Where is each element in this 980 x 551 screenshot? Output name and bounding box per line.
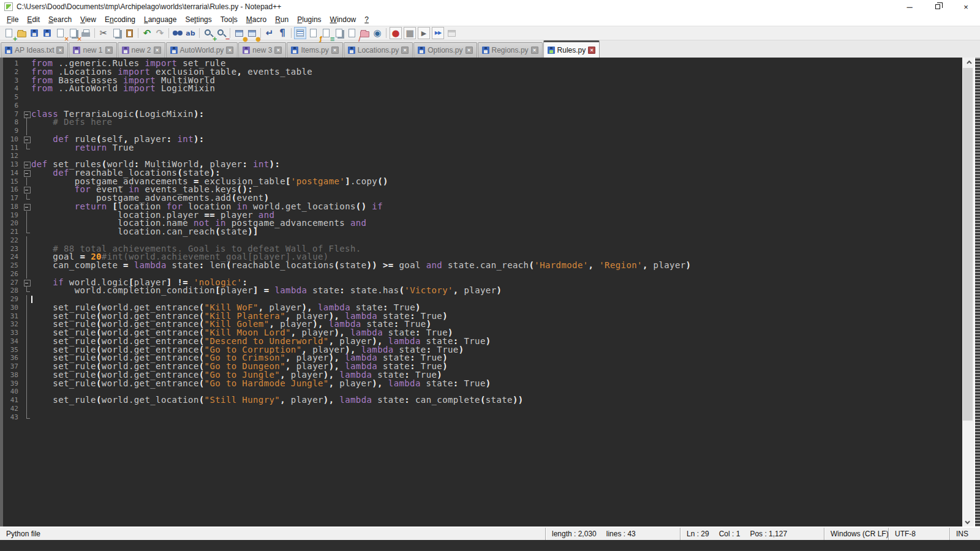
zoom-in-icon[interactable]: + [202,27,214,39]
tab-close-icon[interactable]: × [331,47,339,54]
redo-icon[interactable]: ↷ [154,27,166,39]
project-folder-icon[interactable] [358,27,371,39]
fold-toggle-icon[interactable] [23,279,31,287]
open-file-icon[interactable] [15,27,28,39]
tab-autoworld-py[interactable]: AutoWorld.py× [166,42,238,58]
find-icon[interactable] [172,27,184,39]
tab-ap-ideas-txt[interactable]: AP Ideas.txt× [1,42,68,58]
sync-vertical-icon[interactable]: ● [233,27,245,39]
tab-close-icon[interactable]: × [588,47,595,54]
tab-close-icon[interactable]: × [401,47,409,54]
code-text[interactable]: from ..AutoWorld import LogicMixin [31,84,962,93]
fold-toggle-icon[interactable] [23,135,31,144]
code-text[interactable]: return True [31,144,962,152]
close-button[interactable]: × [952,0,980,13]
restore-button[interactable] [924,0,952,13]
tab-close-icon[interactable]: × [154,47,161,54]
menu-macro[interactable]: Macro [242,14,271,25]
print-icon[interactable] [80,27,92,39]
minimize-button[interactable]: ─ [895,0,924,13]
line-number: 22 [3,236,23,245]
code-editor[interactable]: 1from ..generic.Rules import set_rule2fr… [0,58,980,527]
show-all-characters-icon[interactable]: ¶ [276,27,288,39]
code-line: 39 set_rule(world.get_entrance("Go to Ha… [3,380,962,388]
function-list-icon[interactable]: ƒ [307,27,319,39]
tab-close-icon[interactable]: × [531,47,538,54]
menu-settings[interactable]: Settings [181,14,216,25]
document-map-icon[interactable]: ≡ [320,27,332,39]
tab-regions-py[interactable]: Regions.py× [478,42,543,58]
tab-close-icon[interactable]: × [105,47,113,54]
sync-horizontal-icon[interactable]: ● [246,27,258,39]
tab-close-icon[interactable]: × [274,47,282,54]
code-text[interactable] [31,405,962,413]
save-macro-icon[interactable] [445,27,458,39]
fold-toggle-icon[interactable] [23,160,31,169]
document-list-icon[interactable] [333,27,345,39]
word-wrap-icon[interactable]: ↵ [263,27,276,39]
scroll-down-button[interactable] [962,516,974,527]
code-text[interactable]: can_complete = lambda state: len(reachab… [31,261,962,270]
replace-icon[interactable]: ab [184,27,197,39]
scrollbar-thumb[interactable] [963,68,973,421]
tab-options-py[interactable]: Options.py× [413,42,477,58]
zoom-out-icon[interactable]: − [215,27,227,39]
fold-toggle-icon[interactable] [23,110,31,119]
fold-margin [23,253,31,261]
tab-items-py[interactable]: Items.py× [287,42,342,58]
tab-close-icon[interactable]: × [56,47,64,54]
tab-close-icon[interactable]: × [466,47,473,54]
cut-icon[interactable]: ✂ [97,27,110,39]
status-bar: Python file length : 2,030 lines : 43 Ln… [0,527,980,540]
code-text[interactable]: location.can_reach(state)] [31,228,962,236]
menu-search[interactable]: Search [44,14,76,25]
code-text[interactable]: # Defs here [31,118,962,127]
fold-toggle-icon[interactable] [23,186,31,194]
code-text[interactable]: class TerrariaLogic(LogicMixin): [31,110,962,119]
code-text[interactable]: def rule(self, player: int): [31,135,962,144]
menu-help[interactable]: ? [360,14,373,25]
code-text[interactable]: world.completion_condition[player] = lam… [31,287,962,295]
line-number: 28 [3,287,23,295]
indent-guide-icon[interactable] [294,27,306,39]
copy-icon[interactable] [110,27,123,39]
run-macro-multiple-icon[interactable]: ▶▶ [432,27,444,39]
save-icon[interactable] [28,27,40,39]
tab-locations-py[interactable]: Locations.py× [344,42,413,58]
code-text[interactable] [31,93,962,102]
menu-run[interactable]: Run [271,14,293,25]
paste-icon[interactable] [123,27,135,39]
code-area[interactable]: 1from ..generic.Rules import set_rule2fr… [3,59,962,421]
menu-window[interactable]: Window [326,14,361,25]
code-text[interactable]: set_rule(world.get_entrance("Go to Hardm… [31,380,962,388]
close-all-icon[interactable]: × [67,27,79,39]
scroll-up-button[interactable] [962,58,974,68]
file-monitoring-icon[interactable]: ◉ [371,27,383,39]
tab-new-3[interactable]: new 3× [238,42,286,58]
new-file-icon[interactable]: + [2,27,15,39]
close-file-icon[interactable]: × [54,27,66,39]
fold-toggle-icon[interactable] [23,203,31,211]
tab-label: new 1 [83,46,102,54]
undo-icon[interactable]: ↶ [141,27,153,39]
menu-edit[interactable]: Edit [23,14,44,25]
play-macro-icon[interactable]: ▶ [418,27,430,39]
edit-popup-icon[interactable]: / [345,27,358,39]
tab-new-1[interactable]: new 1× [69,42,116,58]
code-text[interactable] [31,413,962,422]
save-all-icon[interactable] [41,27,53,39]
fold-toggle-icon[interactable] [23,169,31,178]
tab-new-2[interactable]: new 2× [118,42,165,58]
code-text[interactable]: set_rule(world.get_location("Still Hungr… [31,396,962,405]
stop-macro-icon[interactable]: ■ [404,27,416,39]
tab-rules-py[interactable]: Rules.py× [543,40,600,58]
menu-tools[interactable]: Tools [216,14,242,25]
menu-file[interactable]: File [2,14,23,25]
menu-view[interactable]: View [76,14,100,25]
record-macro-icon[interactable]: ● [390,27,402,39]
tab-close-icon[interactable]: × [226,47,233,54]
menu-language[interactable]: Language [140,14,181,25]
vertical-scrollbar[interactable] [962,58,975,527]
menu-plugins[interactable]: Plugins [293,14,325,25]
menu-encoding[interactable]: Encoding [100,14,140,25]
